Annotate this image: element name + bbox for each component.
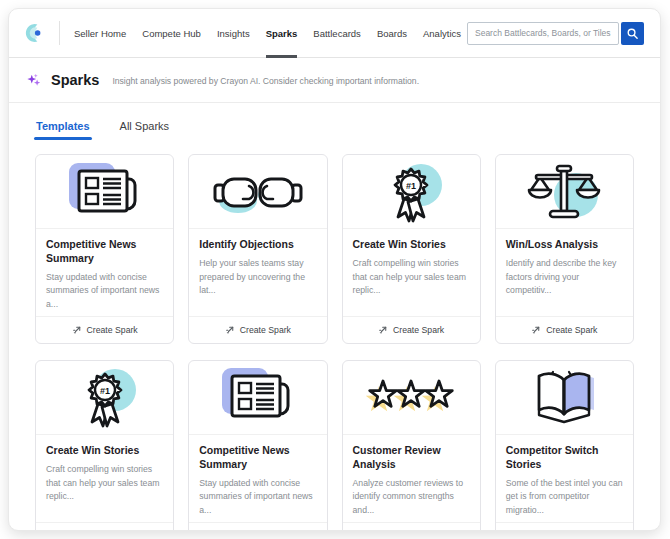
card-illustration [36, 155, 173, 229]
card-illustration [189, 155, 326, 229]
card-illustration: #1 [36, 361, 173, 435]
tab-templates[interactable]: Templates [36, 120, 90, 140]
card-title: Identify Objections [199, 238, 316, 252]
card-description: Analyze customer reviews to identify com… [353, 477, 470, 518]
card-title: Win/Loss Analysis [506, 238, 623, 252]
create-spark-button[interactable]: Create Spark [343, 316, 480, 343]
card-title: Competitive News Summary [46, 238, 163, 266]
tab-all-sparks[interactable]: All Sparks [120, 120, 170, 140]
newspaper-icon [57, 161, 153, 223]
award-ribbon-icon: #1 [363, 161, 459, 223]
template-card-grid: Competitive News Summary Stay updated wi… [35, 154, 634, 531]
search-bar [467, 22, 644, 45]
card-body: Customer Review Analysis Analyze custome… [343, 435, 480, 522]
create-spark-button[interactable]: Create Spark [343, 522, 480, 531]
open-book-icon [516, 366, 612, 428]
nav-item-compete-hub[interactable]: Compete Hub [142, 9, 201, 57]
card-description: Stay updated with concise summaries of i… [46, 271, 163, 312]
create-spark-label: Create Spark [87, 325, 138, 335]
app-window: Seller Home Compete Hub Insights Sparks … [8, 8, 661, 531]
card-description: Craft compelling win stories that can he… [46, 463, 163, 504]
nav-item-analytics[interactable]: Analytics [423, 9, 461, 57]
nav-item-boards[interactable]: Boards [377, 9, 407, 57]
spark-arrow-icon [378, 325, 388, 335]
create-spark-button[interactable]: Create Spark [36, 316, 173, 343]
card-illustration: #1 [343, 155, 480, 229]
card-body: Competitive News Summary Stay updated wi… [189, 435, 326, 522]
card-illustration [189, 361, 326, 435]
newspaper-icon [210, 366, 306, 428]
card-body: Competitive News Summary Stay updated wi… [36, 229, 173, 316]
svg-text:#1: #1 [100, 386, 110, 396]
nav-item-battlecards[interactable]: Battlecards [313, 9, 361, 57]
nav-item-sparks[interactable]: Sparks [266, 9, 298, 57]
nav-divider [59, 21, 60, 45]
card-description: Help your sales teams stay prepared by u… [199, 257, 316, 298]
card-description: Some of the best intel you can get is fr… [506, 477, 623, 518]
card-illustration [496, 361, 633, 435]
card-create-win-stories-2: #1 Create Win Stories Craft compelling w… [35, 360, 174, 531]
create-spark-button[interactable]: Create Spark [496, 316, 633, 343]
nav-item-seller-home[interactable]: Seller Home [74, 9, 126, 57]
card-title: Competitor Switch Stories [506, 444, 623, 472]
page-header: Sparks Insight analysis powered by Crayo… [9, 58, 660, 103]
fist-bump-icon [210, 161, 306, 223]
nav-item-insights[interactable]: Insights [217, 9, 250, 57]
card-body: Win/Loss Analysis Identify and describe … [496, 229, 633, 316]
card-title: Create Win Stories [353, 238, 470, 252]
card-competitive-news-summary: Competitive News Summary Stay updated wi… [35, 154, 174, 344]
nav-items: Seller Home Compete Hub Insights Sparks … [74, 9, 461, 57]
page-title: Sparks [51, 72, 99, 88]
create-spark-label: Create Spark [546, 325, 597, 335]
create-spark-button[interactable]: Create Spark [189, 316, 326, 343]
card-body: Create Win Stories Craft compelling win … [36, 435, 173, 522]
create-spark-button[interactable]: Create Spark [189, 522, 326, 531]
scales-icon [516, 161, 612, 223]
create-spark-button[interactable]: Create Spark [36, 522, 173, 531]
search-icon [626, 27, 639, 40]
card-description: Craft compelling win stories that can he… [353, 257, 470, 298]
card-win-loss-analysis: Win/Loss Analysis Identify and describe … [495, 154, 634, 344]
three-stars-icon [363, 366, 459, 428]
card-create-win-stories: #1 Create Win Stories Craft compelling w… [342, 154, 481, 344]
award-ribbon-icon: #1 [57, 366, 153, 428]
svg-text:#1: #1 [406, 180, 416, 190]
card-body: Identify Objections Help your sales team… [189, 229, 326, 316]
card-customer-review-analysis: Customer Review Analysis Analyze custome… [342, 360, 481, 531]
tab-bar: Templates All Sparks [9, 103, 660, 150]
spark-arrow-icon [531, 325, 541, 335]
sparkles-icon [26, 72, 42, 88]
card-competitive-news-summary-2: Competitive News Summary Stay updated wi… [188, 360, 327, 531]
create-spark-button[interactable]: Create Spark [496, 522, 633, 531]
card-identify-objections: Identify Objections Help your sales team… [188, 154, 327, 344]
search-input[interactable] [467, 22, 619, 45]
search-button[interactable] [621, 22, 644, 45]
page-subtitle: Insight analysis powered by Crayon AI. C… [112, 74, 419, 86]
card-description: Identify and describe the key factors dr… [506, 257, 623, 298]
card-title: Customer Review Analysis [353, 444, 470, 472]
card-title: Competitive News Summary [199, 444, 316, 472]
card-illustration [496, 155, 633, 229]
crayon-logo[interactable] [25, 22, 47, 44]
card-body: Create Win Stories Craft compelling win … [343, 229, 480, 316]
card-description: Stay updated with concise summaries of i… [199, 477, 316, 518]
spark-arrow-icon [225, 325, 235, 335]
crayon-logo-icon [25, 22, 47, 44]
card-body: Competitor Switch Stories Some of the be… [496, 435, 633, 522]
card-illustration [343, 361, 480, 435]
card-title: Create Win Stories [46, 444, 163, 458]
spark-arrow-icon [72, 325, 82, 335]
create-spark-label: Create Spark [240, 325, 291, 335]
card-competitor-switch-stories: Competitor Switch Stories Some of the be… [495, 360, 634, 531]
top-nav: Seller Home Compete Hub Insights Sparks … [9, 9, 660, 58]
create-spark-label: Create Spark [393, 325, 444, 335]
